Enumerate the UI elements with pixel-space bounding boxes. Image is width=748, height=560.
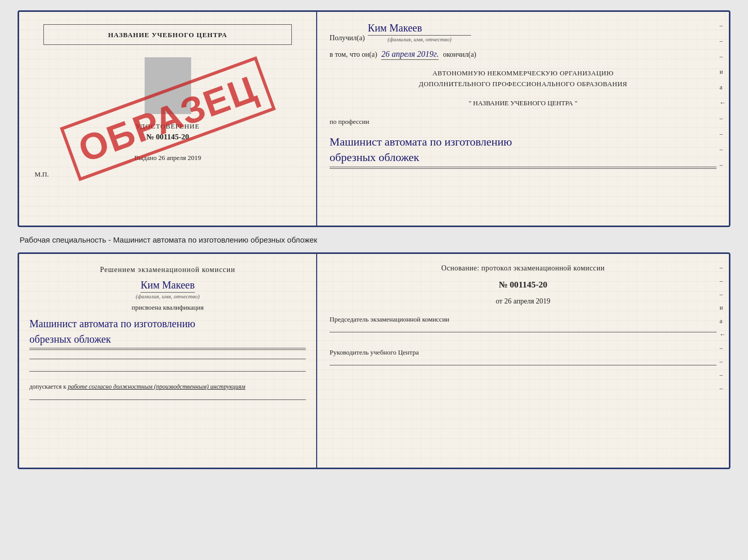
poluchil-line: Получил(а) Ким Макеев (фамилия, имя, отч…: [330, 22, 716, 42]
rukovoditel-block: Руководитель учебного Центра: [330, 348, 716, 367]
org-line2: ДОПОЛНИТЕЛЬНОГО ПРОФЕССИОНАЛЬНОГО ОБРАЗО…: [330, 79, 716, 90]
kval-line1: Машинист автомата по изготовлению: [29, 316, 306, 331]
top-card-right: Получил(а) Ким Макеев (фамилия, имя, отч…: [317, 12, 729, 226]
dopuskaetsya-text: работе согласно должностным (производств…: [68, 383, 245, 390]
mp-label: М.П.: [29, 170, 49, 179]
org-block: АВТОНОМНУЮ НЕКОММЕРЧЕСКУЮ ОРГАНИЗАЦИЮ ДО…: [330, 68, 716, 90]
rukovoditel-signature-line: [330, 363, 716, 365]
vydano-line: Выдано 26 апреля 2019: [134, 154, 201, 162]
certificate-container: НАЗВАНИЕ УЧЕБНОГО ЦЕНТРА УДОСТОВЕРЕНИЕ №…: [18, 10, 730, 469]
vydano-prefix: Выдано: [134, 154, 157, 162]
rukovoditel-label: Руководитель учебного Центра: [330, 348, 716, 357]
dopuskaetsya-prefix: допускается к: [29, 383, 66, 390]
osnovanie-title: Основание: протокол экзаменационной коми…: [330, 264, 716, 273]
underline-1: [29, 357, 306, 359]
dopuskaetsya-block: допускается к работе согласно должностны…: [29, 383, 306, 391]
proto-number: № 001145-20: [330, 280, 716, 290]
vydano-date: 26 апреля 2019: [158, 154, 201, 162]
doc-number-top: № 001145-20: [146, 133, 189, 141]
profession-line1: Машинист автомата по изготовлению обрезн…: [330, 134, 716, 169]
fio-sublabel-top: (фамилия, имя, отчество): [368, 36, 471, 42]
ot-date-value: 26 апреля 2019: [504, 297, 550, 305]
underline-2: [29, 370, 306, 372]
ot-prefix: от: [496, 297, 503, 305]
top-card-left: НАЗВАНИЕ УЧЕБНОГО ЦЕНТРА УДОСТОВЕРЕНИЕ №…: [19, 12, 317, 226]
predsedatel-block: Председатель экзаменационной комиссии: [330, 315, 716, 334]
center-name-box: НАЗВАНИЕ УЧЕБНОГО ЦЕНТРА: [43, 24, 292, 45]
bottom-card-right: Основание: протокол экзаменационной коми…: [317, 254, 729, 468]
okончил-suffix: окончил(а): [443, 51, 476, 59]
bottom-document-card: Решением экзаменационной комиссии Ким Ма…: [18, 252, 730, 469]
udostoverenie-title: УДОСТОВЕРЕНИЕ: [136, 122, 200, 131]
bottom-fio-name: Ким Макеев: [141, 279, 195, 293]
prisvoena-label: присвоена квалификация: [29, 303, 306, 312]
kval-cursive: Машинист автомата по изготовлению обрезн…: [29, 316, 306, 350]
underline-3: [29, 398, 306, 400]
poluchil-name: Ким Макеев: [368, 22, 471, 36]
bottom-fio-sublabel: (фамилия, имя, отчество): [136, 293, 200, 299]
vtom-date: 26 апреля 2019г.: [381, 50, 439, 60]
ot-date-line: от 26 апреля 2019: [330, 297, 716, 306]
vtom-line: в том, что он(а) 26 апреля 2019г. окончи…: [330, 50, 716, 60]
profession-text-line2: обрезных обложек: [330, 150, 716, 167]
predsedatel-signature-line: [330, 330, 716, 332]
profession-text-line1: Машинист автомата по изготовлению: [330, 134, 716, 150]
org-name-quotes: " НАЗВАНИЕ УЧЕБНОГО ЦЕНТРА ": [330, 99, 716, 107]
kval-line2: обрезных обложек: [29, 331, 306, 348]
photo-placeholder: [145, 57, 191, 114]
org-line1: АВТОНОМНУЮ НЕКОММЕРЧЕСКУЮ ОРГАНИЗАЦИЮ: [330, 68, 716, 79]
side-dashes-top: – – – и а ← – – – –: [720, 22, 726, 168]
caption-text: Рабочая специальность - Машинист автомат…: [18, 235, 317, 244]
vtom-prefix: в том, что он(а): [330, 51, 377, 59]
predsedatel-label: Председатель экзаменационной комиссии: [330, 315, 716, 324]
top-document-card: НАЗВАНИЕ УЧЕБНОГО ЦЕНТРА УДОСТОВЕРЕНИЕ №…: [18, 10, 730, 227]
resheniem-title: Решением экзаменационной комиссии: [29, 264, 306, 275]
poluchil-prefix: Получил(а): [330, 34, 365, 42]
center-name-top: НАЗВАНИЕ УЧЕБНОГО ЦЕНТРА: [108, 31, 227, 39]
po-professii-label: по профессии: [330, 118, 716, 126]
side-dashes-bottom: – – – и а ← – – – –: [720, 264, 726, 391]
bottom-card-left: Решением экзаменационной комиссии Ким Ма…: [19, 254, 317, 468]
